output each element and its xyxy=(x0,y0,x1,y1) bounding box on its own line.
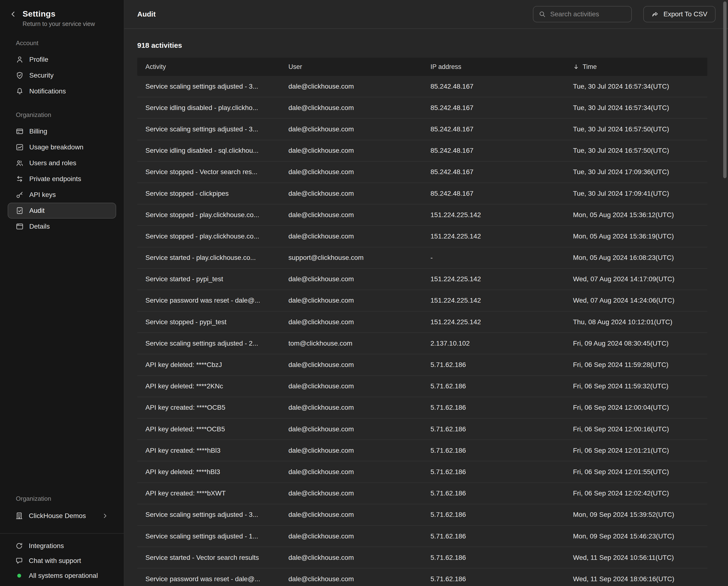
cell-ip-address: 85.242.48.167 xyxy=(422,168,565,176)
cell-activity: API key deleted: ****CbzJ xyxy=(137,361,280,369)
cell-time: Mon, 05 Aug 2024 16:08:23(UTC) xyxy=(565,254,707,262)
sidebar-item-label: Billing xyxy=(29,127,47,135)
search-icon xyxy=(539,10,546,18)
private-endpoints-icon xyxy=(16,175,24,183)
cell-user: dale@clickhouse.com xyxy=(280,382,422,390)
table-row: Service password was reset - dale@... da… xyxy=(137,290,707,312)
cell-user: dale@clickhouse.com xyxy=(280,575,422,583)
table-row: Service stopped - play.clickhouse.co... … xyxy=(137,226,707,247)
table-row: API key deleted: ****CbzJ dale@clickhous… xyxy=(137,354,707,375)
cell-activity: Service scaling settings adjusted - 3... xyxy=(137,511,280,518)
cell-activity: Service stopped - pypi_test xyxy=(137,318,280,326)
cell-ip-address: 5.71.62.186 xyxy=(422,554,565,562)
cell-activity: API key created: ****bXWT xyxy=(137,489,280,497)
cell-user: dale@clickhouse.com xyxy=(280,125,422,133)
cell-time: Fri, 06 Sep 2024 12:01:21(UTC) xyxy=(565,447,707,455)
cell-activity: Service stopped - Vector search res... xyxy=(137,168,280,176)
cell-user: dale@clickhouse.com xyxy=(280,82,422,90)
cell-ip-address: - xyxy=(422,254,565,262)
search-box[interactable] xyxy=(533,6,632,22)
cell-user: dale@clickhouse.com xyxy=(280,211,422,219)
cell-activity: Service scaling settings adjusted - 3... xyxy=(137,125,280,133)
sidebar-item-details[interactable]: Details xyxy=(8,219,116,235)
table-row: Service stopped - Vector search res... d… xyxy=(137,162,707,183)
cell-ip-address: 5.71.62.186 xyxy=(422,511,565,518)
organization-switcher[interactable]: ClickHouse Demos xyxy=(8,507,116,524)
table-row: API key deleted: ****OCB5 dale@clickhous… xyxy=(137,419,707,440)
cell-ip-address: 151.224.225.142 xyxy=(422,318,565,326)
column-header-ip-address[interactable]: IP address xyxy=(422,63,565,71)
cell-ip-address: 5.71.62.186 xyxy=(422,447,565,455)
sidebar-item-label: API keys xyxy=(29,191,56,199)
search-input[interactable] xyxy=(550,10,626,18)
cell-ip-address: 85.242.48.167 xyxy=(422,147,565,154)
cell-activity: API key deleted: ****hBl3 xyxy=(137,468,280,476)
cell-activity: API key deleted: ****2KNc xyxy=(137,382,280,390)
cell-time: Mon, 09 Sep 2024 15:46:23(UTC) xyxy=(565,533,707,540)
table-row: Service stopped - pypi_test dale@clickho… xyxy=(137,312,707,333)
cell-activity: Service started - pypi_test xyxy=(137,275,280,283)
sidebar-item-all-systems-operational[interactable]: All systems operational xyxy=(8,568,116,583)
settings-header: Settings Return to your service view xyxy=(0,0,124,27)
cell-time: Thu, 08 Aug 2024 10:12:01(UTC) xyxy=(565,318,707,326)
organization-nav: Billing Usage breakdown Users and roles … xyxy=(0,123,124,235)
table-row: Service scaling settings adjusted - 3...… xyxy=(137,504,707,526)
cell-ip-address: 151.224.225.142 xyxy=(422,211,565,219)
cell-time: Fri, 09 Aug 2024 08:30:45(UTC) xyxy=(565,340,707,347)
sidebar-item-notifications[interactable]: Notifications xyxy=(8,83,116,99)
cell-activity: Service stopped - play.clickhouse.co... xyxy=(137,233,280,240)
sidebar-item-audit[interactable]: Audit xyxy=(8,203,116,219)
cell-time: Fri, 06 Sep 2024 12:00:04(UTC) xyxy=(565,404,707,411)
api-keys-icon xyxy=(16,191,24,199)
cell-ip-address: 5.71.62.186 xyxy=(422,575,565,583)
person-icon xyxy=(16,56,24,64)
sidebar-item-label: Profile xyxy=(29,56,48,64)
cell-activity: Service idling disabled - play.clickho..… xyxy=(137,104,280,112)
cell-user: dale@clickhouse.com xyxy=(280,361,422,369)
cell-time: Wed, 11 Sep 2024 18:06:16(UTC) xyxy=(565,575,707,583)
cell-ip-address: 5.71.62.186 xyxy=(422,533,565,540)
cell-activity: API key created: ****hBl3 xyxy=(137,447,280,455)
sidebar-item-users-and-roles[interactable]: Users and roles xyxy=(8,155,116,171)
sort-descending-icon xyxy=(573,64,579,70)
cell-ip-address: 85.242.48.167 xyxy=(422,190,565,197)
cell-time: Fri, 06 Sep 2024 11:59:28(UTC) xyxy=(565,361,707,369)
status-dot xyxy=(15,574,23,578)
vertical-scrollbar[interactable] xyxy=(723,1,727,178)
table-body: Service scaling settings adjusted - 3...… xyxy=(137,76,707,586)
sidebar-item-private-endpoints[interactable]: Private endpoints xyxy=(8,171,116,187)
back-chevron-icon[interactable] xyxy=(9,10,17,18)
cell-user: dale@clickhouse.com xyxy=(280,554,422,562)
sidebar-item-chat-with-support[interactable]: Chat with support xyxy=(8,553,116,568)
export-csv-button[interactable]: Export To CSV xyxy=(643,6,716,22)
cell-user: dale@clickhouse.com xyxy=(280,318,422,326)
cell-user: dale@clickhouse.com xyxy=(280,297,422,304)
return-to-service-link[interactable]: Return to your service view xyxy=(23,20,95,27)
sidebar-item-usage-breakdown[interactable]: Usage breakdown xyxy=(8,139,116,155)
cell-user: dale@clickhouse.com xyxy=(280,468,422,476)
cell-activity: Service stopped - clickpipes xyxy=(137,190,280,197)
sidebar-item-label: Chat with support xyxy=(29,557,81,565)
activities-count: 918 activities xyxy=(137,41,707,49)
column-header-user[interactable]: User xyxy=(280,63,422,71)
sidebar-item-api-keys[interactable]: API keys xyxy=(8,187,116,203)
column-header-time-label: Time xyxy=(582,63,597,71)
sidebar-item-integrations[interactable]: Integrations xyxy=(8,538,116,553)
sidebar-item-label: Private endpoints xyxy=(29,175,81,183)
sidebar-item-billing[interactable]: Billing xyxy=(8,123,116,139)
column-header-activity[interactable]: Activity xyxy=(137,63,280,71)
column-header-time[interactable]: Time xyxy=(565,63,707,71)
cell-activity: Service stopped - play.clickhouse.co... xyxy=(137,211,280,219)
sidebar-item-security[interactable]: Security xyxy=(8,68,116,83)
table-row: Service scaling settings adjusted - 2...… xyxy=(137,333,707,354)
cell-activity: Service started - Vector search results xyxy=(137,554,280,562)
cell-user: dale@clickhouse.com xyxy=(280,104,422,112)
settings-title: Settings xyxy=(23,9,95,19)
cell-time: Mon, 09 Sep 2024 15:39:52(UTC) xyxy=(565,511,707,518)
sidebar-item-profile[interactable]: Profile xyxy=(8,52,116,68)
cell-activity: API key deleted: ****OCB5 xyxy=(137,425,280,433)
cell-user: dale@clickhouse.com xyxy=(280,275,422,283)
details-icon xyxy=(16,223,24,230)
topbar-actions: Export To CSV xyxy=(533,6,716,22)
cell-time: Mon, 05 Aug 2024 15:36:12(UTC) xyxy=(565,211,707,219)
